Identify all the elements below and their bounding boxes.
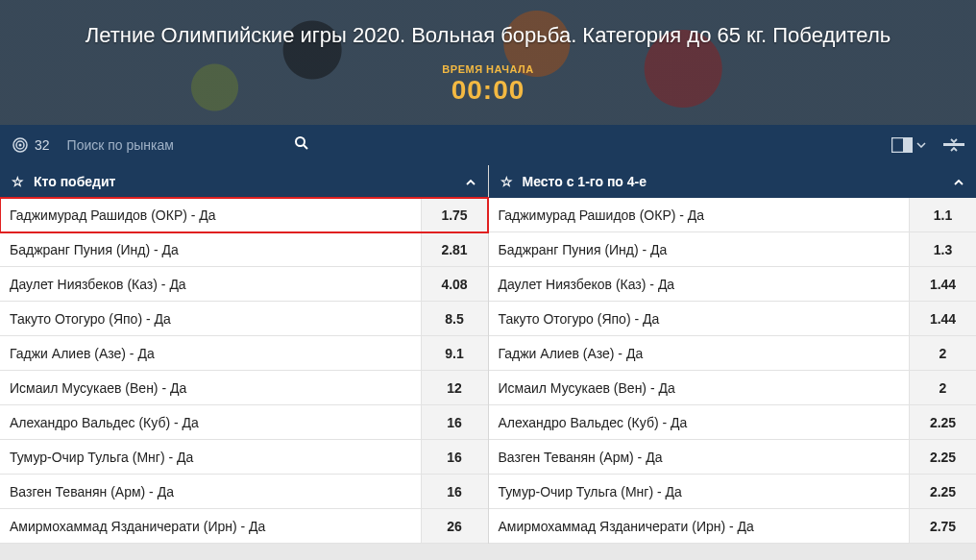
selection-name: Вазген Теванян (Арм) - Да [489,450,910,465]
selection-name: Даулет Ниязбеков (Каз) - Да [489,277,910,292]
odds-button[interactable]: 16 [421,405,488,439]
collapse-icon [943,137,964,153]
odds-button[interactable]: 1.3 [909,232,976,266]
selection-name: Исмаил Мусукаев (Вен) - Да [0,380,421,396]
selection-name: Гаджи Алиев (Азе) - Да [489,346,910,361]
collapse-all-button[interactable] [943,137,964,153]
selection-name: Такуто Отогуро (Япо) - Да [0,311,421,327]
odds-row[interactable]: Алехандро Вальдес (Куб) - Да2.25 [489,405,977,440]
odds-button[interactable]: 2.81 [421,232,488,266]
odds-row[interactable]: Вазген Теванян (Арм) - Да2.25 [489,440,977,475]
selection-name: Алехандро Вальдес (Куб) - Да [0,415,421,430]
odds-row[interactable]: Такуто Отогуро (Япо) - Да1.44 [489,302,977,336]
event-hero: Летние Олимпийские игры 2020. Вольная бо… [0,0,976,125]
selection-name: Баджранг Пуния (Инд) - Да [0,242,421,257]
odds-button[interactable]: 2.25 [909,405,976,439]
odds-button[interactable]: 1.1 [909,198,976,231]
selection-name: Амирмохаммад Язданичерати (Ирн) - Да [0,519,421,534]
selection-name: Амирмохаммад Язданичерати (Ирн) - Да [489,519,910,534]
odds-button[interactable]: 2 [909,336,976,370]
odds-row[interactable]: Даулет Ниязбеков (Каз) - Да4.08 [0,267,488,302]
odds-row[interactable]: Гаджимурад Рашидов (ОКР) - Да1.1 [489,198,977,232]
odds-row[interactable]: Исмаил Мусукаев (Вен) - Да2 [489,371,977,405]
star-icon[interactable]: ☆ [500,174,513,189]
target-icon [12,136,29,154]
market-header[interactable]: ☆Кто победит [0,165,488,198]
odds-button[interactable]: 2 [909,371,976,404]
svg-point-3 [296,137,305,146]
odds-button[interactable]: 8.5 [421,302,488,335]
odds-row[interactable]: Амирмохаммад Язданичерати (Ирн) - Да2.75 [489,509,977,544]
odds-button[interactable]: 2.75 [909,509,976,543]
odds-row[interactable]: Вазген Теванян (Арм) - Да16 [0,475,488,509]
selection-name: Гаджимурад Рашидов (ОКР) - Да [0,207,421,223]
odds-row[interactable]: Баджранг Пуния (Инд) - Да2.81 [0,232,488,267]
odds-button[interactable]: 16 [421,475,488,508]
star-icon[interactable]: ☆ [12,174,24,189]
odds-button[interactable]: 2.25 [909,440,976,474]
odds-row[interactable]: Алехандро Вальдес (Куб) - Да16 [0,405,488,440]
odds-button[interactable]: 1.44 [909,302,976,335]
svg-point-2 [19,144,22,147]
market-title: Место с 1-го по 4-е [523,174,944,189]
markets-toolbar: 32 [0,125,976,165]
svg-rect-7 [943,143,964,146]
svg-rect-6 [903,138,913,153]
odds-button[interactable]: 1.44 [909,267,976,301]
chevron-down-icon [916,142,926,148]
selection-name: Даулет Ниязбеков (Каз) - Да [0,277,421,292]
markets-container: ☆Кто победитГаджимурад Рашидов (ОКР) - Д… [0,165,976,544]
selection-name: Гаджи Алиев (Азе) - Да [0,346,421,361]
search-wrap [63,132,313,158]
selection-name: Такуто Отогуро (Япо) - Да [489,311,910,327]
market-column: ☆Кто победитГаджимурад Рашидов (ОКР) - Д… [0,165,489,544]
selection-name: Тумур-Очир Тульга (Мнг) - Да [489,484,910,499]
svg-line-4 [304,145,307,149]
selection-name: Алехандро Вальдес (Куб) - Да [489,415,910,430]
selection-name: Вазген Теванян (Арм) - Да [0,484,421,499]
odds-button[interactable]: 4.08 [421,267,488,301]
start-time-label: ВРЕМЯ НАЧАЛА [442,63,533,75]
odds-button[interactable]: 2.25 [909,475,976,508]
odds-button[interactable]: 1.75 [421,198,488,231]
odds-row[interactable]: Гаджи Алиев (Азе) - Да9.1 [0,336,488,371]
odds-row[interactable]: Такуто Отогуро (Япо) - Да8.5 [0,302,488,336]
selection-name: Исмаил Мусукаев (Вен) - Да [489,380,910,396]
odds-row[interactable]: Тумур-Очир Тульга (Мнг) - Да2.25 [489,475,977,509]
toolbar-right [891,137,964,153]
odds-row[interactable]: Амирмохаммад Язданичерати (Ирн) - Да26 [0,509,488,544]
odds-row[interactable]: Тумур-Очир Тульга (Мнг) - Да16 [0,440,488,475]
odds-row[interactable]: Исмаил Мусукаев (Вен) - Да12 [0,371,488,405]
search-button[interactable] [290,132,313,158]
selection-name: Баджранг Пуния (Инд) - Да [489,242,910,257]
event-title: Летние Олимпийские игры 2020. Вольная бо… [85,23,891,48]
market-title: Кто победит [34,174,455,189]
selection-name: Тумур-Очир Тульга (Мнг) - Да [0,450,421,465]
market-count-value: 32 [35,137,50,153]
search-input[interactable] [63,132,290,158]
layout-toggle-button[interactable] [891,137,926,153]
odds-row[interactable]: Даулет Ниязбеков (Каз) - Да1.44 [489,267,977,302]
chevron-up-icon[interactable] [953,174,964,189]
selection-name: Гаджимурад Рашидов (ОКР) - Да [489,207,910,223]
odds-button[interactable]: 26 [421,509,488,543]
market-count: 32 [12,136,50,154]
chevron-up-icon[interactable] [465,174,476,189]
odds-row[interactable]: Гаджимурад Рашидов (ОКР) - Да1.75 [0,198,488,232]
odds-row[interactable]: Гаджи Алиев (Азе) - Да2 [489,336,977,371]
market-header[interactable]: ☆Место с 1-го по 4-е [489,165,977,198]
odds-button[interactable]: 12 [421,371,488,404]
odds-button[interactable]: 16 [421,440,488,474]
start-time-value: 00:00 [451,75,525,106]
columns-icon [891,137,913,153]
odds-button[interactable]: 9.1 [421,336,488,370]
odds-row[interactable]: Баджранг Пуния (Инд) - Да1.3 [489,232,977,267]
market-column: ☆Место с 1-го по 4-еГаджимурад Рашидов (… [489,165,977,544]
search-icon [294,137,309,154]
